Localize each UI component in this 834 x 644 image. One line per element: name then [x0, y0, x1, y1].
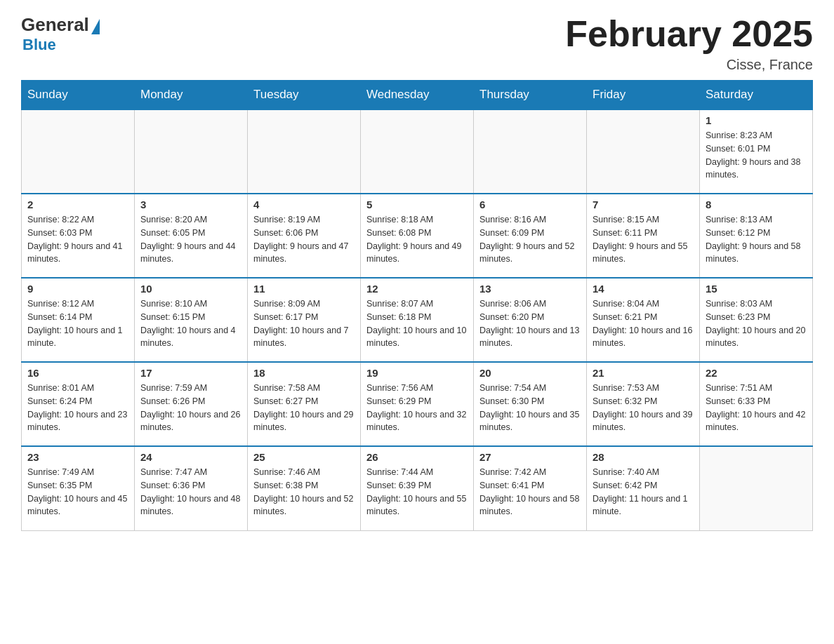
day-info: Sunrise: 7:53 AMSunset: 6:32 PMDaylight:…	[593, 382, 694, 434]
day-info: Sunrise: 7:51 AMSunset: 6:33 PMDaylight:…	[706, 382, 807, 434]
calendar-week-row: 2Sunrise: 8:22 AMSunset: 6:03 PMDaylight…	[22, 194, 813, 278]
logo: General Blue	[21, 14, 100, 54]
day-number: 21	[593, 367, 694, 379]
day-of-week-header: Saturday	[700, 81, 813, 110]
day-info: Sunrise: 7:56 AMSunset: 6:29 PMDaylight:…	[366, 382, 468, 434]
page-header: General Blue February 2025 Cisse, France	[21, 14, 813, 73]
calendar-day-cell	[22, 109, 135, 194]
day-number: 12	[366, 283, 468, 295]
calendar-week-row: 1Sunrise: 8:23 AMSunset: 6:01 PMDaylight…	[22, 109, 813, 194]
day-info: Sunrise: 8:13 AMSunset: 6:12 PMDaylight:…	[706, 213, 807, 266]
day-number: 15	[706, 283, 807, 295]
calendar-day-cell: 20Sunrise: 7:54 AMSunset: 6:30 PMDayligh…	[474, 362, 587, 446]
calendar-day-cell: 8Sunrise: 8:13 AMSunset: 6:12 PMDaylight…	[700, 194, 813, 278]
day-info: Sunrise: 8:18 AMSunset: 6:08 PMDaylight:…	[366, 213, 468, 266]
day-number: 9	[27, 283, 128, 295]
calendar-day-cell: 18Sunrise: 7:58 AMSunset: 6:27 PMDayligh…	[248, 362, 361, 446]
calendar-table: SundayMondayTuesdayWednesdayThursdayFrid…	[21, 80, 813, 531]
day-number: 10	[140, 283, 241, 295]
day-info: Sunrise: 8:07 AMSunset: 6:18 PMDaylight:…	[366, 297, 468, 350]
calendar-day-cell	[361, 109, 474, 194]
calendar-day-cell: 15Sunrise: 8:03 AMSunset: 6:23 PMDayligh…	[700, 278, 813, 362]
calendar-day-cell: 17Sunrise: 7:59 AMSunset: 6:26 PMDayligh…	[135, 362, 248, 446]
day-number: 1	[706, 114, 807, 126]
day-number: 3	[140, 199, 241, 210]
day-info: Sunrise: 7:40 AMSunset: 6:42 PMDaylight:…	[593, 466, 694, 518]
day-number: 14	[593, 283, 694, 295]
calendar-day-cell	[587, 109, 700, 194]
calendar-day-cell: 25Sunrise: 7:46 AMSunset: 6:38 PMDayligh…	[248, 446, 361, 530]
day-number: 23	[27, 451, 128, 463]
calendar-week-row: 23Sunrise: 7:49 AMSunset: 6:35 PMDayligh…	[22, 446, 813, 530]
day-of-week-header: Tuesday	[248, 81, 361, 110]
calendar-header-row: SundayMondayTuesdayWednesdayThursdayFrid…	[22, 81, 813, 110]
day-info: Sunrise: 8:19 AMSunset: 6:06 PMDaylight:…	[253, 213, 355, 266]
day-of-week-header: Sunday	[22, 81, 135, 110]
day-info: Sunrise: 8:16 AMSunset: 6:09 PMDaylight:…	[479, 213, 581, 266]
day-number: 8	[706, 199, 807, 210]
day-number: 6	[479, 199, 581, 210]
calendar-day-cell: 4Sunrise: 8:19 AMSunset: 6:06 PMDaylight…	[248, 194, 361, 278]
day-number: 2	[27, 199, 128, 210]
calendar-day-cell: 22Sunrise: 7:51 AMSunset: 6:33 PMDayligh…	[700, 362, 813, 446]
logo-triangle-icon	[91, 19, 100, 34]
day-number: 25	[253, 451, 355, 463]
day-info: Sunrise: 8:15 AMSunset: 6:11 PMDaylight:…	[593, 213, 694, 266]
day-info: Sunrise: 7:42 AMSunset: 6:41 PMDaylight:…	[479, 466, 581, 518]
day-number: 13	[479, 283, 581, 295]
calendar-day-cell: 1Sunrise: 8:23 AMSunset: 6:01 PMDaylight…	[700, 109, 813, 194]
day-number: 27	[479, 451, 581, 463]
day-number: 18	[253, 367, 355, 379]
day-info: Sunrise: 7:46 AMSunset: 6:38 PMDaylight:…	[253, 466, 355, 518]
calendar-day-cell	[700, 446, 813, 530]
calendar-day-cell: 7Sunrise: 8:15 AMSunset: 6:11 PMDaylight…	[587, 194, 700, 278]
calendar-day-cell: 10Sunrise: 8:10 AMSunset: 6:15 PMDayligh…	[135, 278, 248, 362]
day-number: 17	[140, 367, 241, 379]
day-of-week-header: Wednesday	[361, 81, 474, 110]
day-number: 20	[479, 367, 581, 379]
day-number: 11	[253, 283, 355, 295]
calendar-day-cell: 26Sunrise: 7:44 AMSunset: 6:39 PMDayligh…	[361, 446, 474, 530]
day-info: Sunrise: 8:03 AMSunset: 6:23 PMDaylight:…	[706, 297, 807, 350]
day-of-week-header: Thursday	[474, 81, 587, 110]
day-info: Sunrise: 8:22 AMSunset: 6:03 PMDaylight:…	[27, 213, 128, 266]
calendar-day-cell: 3Sunrise: 8:20 AMSunset: 6:05 PMDaylight…	[135, 194, 248, 278]
calendar-day-cell: 5Sunrise: 8:18 AMSunset: 6:08 PMDaylight…	[361, 194, 474, 278]
calendar-day-cell: 13Sunrise: 8:06 AMSunset: 6:20 PMDayligh…	[474, 278, 587, 362]
calendar-day-cell	[248, 109, 361, 194]
calendar-day-cell: 6Sunrise: 8:16 AMSunset: 6:09 PMDaylight…	[474, 194, 587, 278]
day-number: 4	[253, 199, 355, 210]
month-title: February 2025	[565, 14, 813, 54]
day-info: Sunrise: 7:47 AMSunset: 6:36 PMDaylight:…	[140, 466, 241, 518]
calendar-day-cell: 21Sunrise: 7:53 AMSunset: 6:32 PMDayligh…	[587, 362, 700, 446]
day-info: Sunrise: 8:12 AMSunset: 6:14 PMDaylight:…	[27, 297, 128, 350]
day-of-week-header: Monday	[135, 81, 248, 110]
logo-blue-text: Blue	[22, 36, 56, 54]
calendar-week-row: 16Sunrise: 8:01 AMSunset: 6:24 PMDayligh…	[22, 362, 813, 446]
calendar-day-cell: 11Sunrise: 8:09 AMSunset: 6:17 PMDayligh…	[248, 278, 361, 362]
day-info: Sunrise: 8:09 AMSunset: 6:17 PMDaylight:…	[253, 297, 355, 350]
day-number: 22	[706, 367, 807, 379]
calendar-day-cell: 9Sunrise: 8:12 AMSunset: 6:14 PMDaylight…	[22, 278, 135, 362]
day-number: 26	[366, 451, 468, 463]
title-area: February 2025 Cisse, France	[565, 14, 813, 73]
day-info: Sunrise: 7:59 AMSunset: 6:26 PMDaylight:…	[140, 382, 241, 434]
day-info: Sunrise: 7:44 AMSunset: 6:39 PMDaylight:…	[366, 466, 468, 518]
day-number: 7	[593, 199, 694, 210]
calendar-day-cell: 28Sunrise: 7:40 AMSunset: 6:42 PMDayligh…	[587, 446, 700, 530]
calendar-day-cell: 24Sunrise: 7:47 AMSunset: 6:36 PMDayligh…	[135, 446, 248, 530]
calendar-day-cell: 12Sunrise: 8:07 AMSunset: 6:18 PMDayligh…	[361, 278, 474, 362]
calendar-week-row: 9Sunrise: 8:12 AMSunset: 6:14 PMDaylight…	[22, 278, 813, 362]
day-info: Sunrise: 7:54 AMSunset: 6:30 PMDaylight:…	[479, 382, 581, 434]
day-of-week-header: Friday	[587, 81, 700, 110]
calendar-day-cell: 14Sunrise: 8:04 AMSunset: 6:21 PMDayligh…	[587, 278, 700, 362]
day-info: Sunrise: 7:58 AMSunset: 6:27 PMDaylight:…	[253, 382, 355, 434]
calendar-day-cell: 16Sunrise: 8:01 AMSunset: 6:24 PMDayligh…	[22, 362, 135, 446]
day-info: Sunrise: 7:49 AMSunset: 6:35 PMDaylight:…	[27, 466, 128, 518]
location-text: Cisse, France	[565, 57, 813, 73]
calendar-day-cell: 27Sunrise: 7:42 AMSunset: 6:41 PMDayligh…	[474, 446, 587, 530]
day-info: Sunrise: 8:20 AMSunset: 6:05 PMDaylight:…	[140, 213, 241, 266]
day-number: 16	[27, 367, 128, 379]
calendar-day-cell: 23Sunrise: 7:49 AMSunset: 6:35 PMDayligh…	[22, 446, 135, 530]
calendar-day-cell: 19Sunrise: 7:56 AMSunset: 6:29 PMDayligh…	[361, 362, 474, 446]
